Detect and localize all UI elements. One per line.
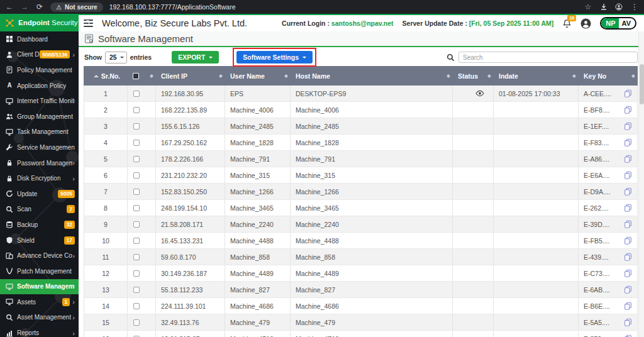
sidebar-item-label: Asset Management	[17, 314, 71, 321]
table-row: 7152.83.150.250Machine_1266Machine_1266E…	[84, 184, 638, 200]
welcome-text: Welcome, Biz Secure Labs Pvt. Ltd.	[102, 18, 247, 28]
row-checkbox[interactable]	[133, 91, 140, 97]
row-checkbox[interactable]	[133, 189, 140, 195]
page-title: Software Management	[98, 33, 193, 44]
account-avatar[interactable]	[580, 18, 591, 29]
column-header-user[interactable]: User Name	[225, 66, 291, 86]
cell-checkbox	[128, 331, 156, 337]
eye-icon[interactable]	[475, 90, 484, 97]
sidebar-item-disk-encryption[interactable]: Disk Encryption ›	[0, 170, 79, 186]
column-header-status[interactable]: Status	[453, 66, 494, 86]
copy-icon[interactable]	[624, 106, 632, 114]
column-header-sr[interactable]: Sr.No.	[84, 66, 128, 86]
forward-icon[interactable]: →	[20, 3, 29, 11]
cell-ip: 168.222.135.89	[156, 102, 225, 118]
notification-bell-icon[interactable]: 16	[562, 19, 572, 28]
sidebar: Dashboard Client Details 5068/5136 › Pol…	[0, 31, 79, 337]
bookmark-star-icon[interactable]: ☆	[584, 3, 592, 11]
current-login: Current Login : santoshs@npav.net	[282, 19, 393, 27]
row-checkbox[interactable]	[133, 172, 140, 179]
download-icon[interactable]	[600, 3, 608, 11]
copy-icon[interactable]	[624, 302, 632, 310]
export-button[interactable]: EXPORT	[172, 51, 219, 64]
row-checkbox[interactable]	[133, 205, 140, 211]
sidebar-item-advance-device-control[interactable]: Advance Device Control ›	[0, 248, 79, 263]
sidebar-item-asset-management[interactable]: Asset Management ›	[0, 310, 79, 326]
count-badge: 1	[62, 298, 70, 306]
row-checkbox[interactable]	[133, 221, 140, 228]
row-checkbox[interactable]	[133, 287, 140, 293]
sort-icons	[444, 72, 450, 80]
profile-icon[interactable]	[615, 3, 623, 11]
copy-icon[interactable]	[624, 285, 632, 294]
column-header-ip[interactable]: Client IP	[156, 66, 225, 86]
column-header-host[interactable]: Host Name	[291, 66, 453, 86]
copy-icon[interactable]	[624, 253, 632, 261]
row-checkbox[interactable]	[133, 123, 140, 130]
sidebar-item-policy-management[interactable]: Policy Management	[0, 62, 79, 78]
sidebar-item-service-management[interactable]: Service Management	[0, 140, 79, 155]
scrollbar-thumb[interactable]	[640, 64, 644, 104]
row-checkbox[interactable]	[133, 270, 140, 277]
copy-icon[interactable]	[624, 171, 632, 179]
copy-icon[interactable]	[624, 187, 632, 196]
sidebar-item-client-details[interactable]: Client Details 5068/5136 ›	[0, 47, 79, 63]
column-header-select-all[interactable]	[128, 66, 156, 86]
not-secure-badge[interactable]: ⚠ Not secure	[50, 3, 103, 12]
search-input[interactable]	[458, 52, 638, 63]
cell-host: Machine_4686	[291, 298, 453, 314]
vertical-scrollbar[interactable]	[638, 31, 644, 337]
copy-icon[interactable]	[624, 138, 632, 146]
software-certificate-icon	[84, 34, 94, 43]
sidebar-item-password-management[interactable]: Password Management ›	[0, 155, 79, 171]
copy-icon[interactable]	[624, 204, 632, 212]
row-checkbox[interactable]	[133, 319, 140, 326]
sidebar-item-reports[interactable]: Reports ›	[0, 325, 79, 337]
copy-icon[interactable]	[624, 334, 632, 337]
sidebar-item-dashboard[interactable]: Dashboard	[0, 31, 79, 47]
row-checkbox[interactable]	[133, 303, 140, 309]
sidebar-item-software-management[interactable]: Software Management	[0, 279, 79, 295]
software-settings-button[interactable]: Software Settings	[236, 51, 313, 64]
sidebar-item-task-management[interactable]: Task Management	[0, 124, 79, 140]
address-bar[interactable]: 192.168.100.137:7777/ApplicationSoftware	[109, 3, 577, 11]
copy-icon[interactable]	[624, 122, 632, 130]
copy-icon[interactable]	[624, 318, 632, 326]
kebab-menu-icon[interactable]: ⋮	[630, 3, 639, 11]
row-checkbox[interactable]	[133, 156, 140, 162]
reload-icon[interactable]: ⟳	[35, 3, 44, 11]
row-checkbox[interactable]	[133, 107, 140, 113]
table-row: 4167.29.250.162Machine_1828Machine_1828E…	[84, 135, 638, 151]
sidebar-item-application-policy[interactable]: A Application Policy	[0, 78, 79, 94]
copy-icon[interactable]	[624, 155, 632, 163]
sidebar-item-shield[interactable]: Shield 17	[0, 233, 79, 248]
sidebar-item-group-management[interactable]: Group Management	[0, 109, 79, 124]
sidebar-item-label: Policy Management	[17, 67, 72, 74]
cell-indate	[494, 314, 579, 330]
count-badge: 5005	[58, 190, 75, 198]
sidebar-item-patch-management[interactable]: Patch Management	[0, 263, 79, 279]
row-checkbox[interactable]	[133, 254, 140, 260]
copy-icon[interactable]	[624, 269, 632, 277]
cell-status	[453, 331, 494, 337]
npav-logo[interactable]: NP AV	[600, 17, 636, 30]
row-checkbox[interactable]	[133, 238, 140, 244]
sidebar-item-update[interactable]: Update 5005	[0, 186, 79, 202]
sidebar-item-internet-traffic-monitor[interactable]: Internet Traffic Monitor	[0, 93, 79, 109]
column-header-key[interactable]: Key No	[579, 66, 638, 86]
copy-icon[interactable]	[624, 89, 632, 97]
sidebar-item-backup[interactable]: Backup 32	[0, 217, 79, 233]
copy-icon[interactable]	[624, 220, 632, 228]
app-logo[interactable]: Endpoint Security 8.3	[0, 14, 79, 31]
column-header-indate[interactable]: Indate	[494, 66, 579, 86]
copy-icon[interactable]	[624, 236, 632, 245]
sidebar-item-scan[interactable]: Scan 7	[0, 202, 79, 218]
row-checkbox[interactable]	[133, 140, 140, 146]
sidebar-item-assets[interactable]: Assets 1 ›	[0, 294, 79, 310]
cell-srno: 5	[84, 151, 128, 167]
back-icon[interactable]: ←	[5, 3, 14, 11]
select-all-checkbox[interactable]	[133, 73, 139, 79]
chevron-down-icon	[209, 57, 213, 60]
entries-select[interactable]: 25	[105, 52, 127, 64]
sidebar-item-label: Application Policy	[17, 82, 66, 89]
